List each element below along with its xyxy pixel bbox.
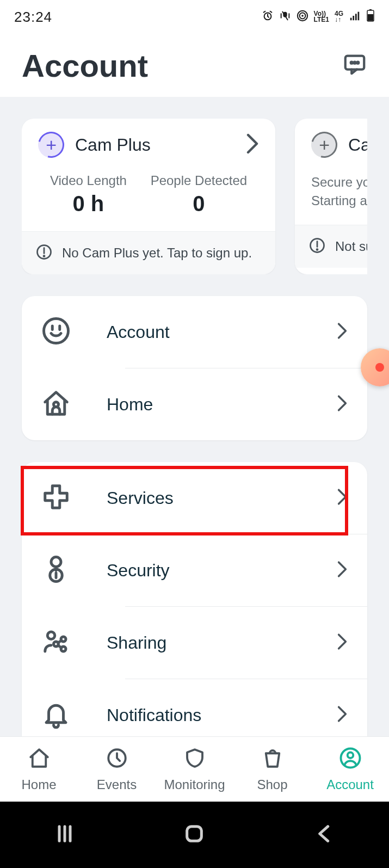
share-person-icon <box>41 627 71 658</box>
plus-outline-icon <box>41 482 71 514</box>
shield-icon <box>183 747 206 773</box>
house-person-icon <box>41 389 71 420</box>
chevron-right-icon <box>337 561 348 580</box>
row-security[interactable]: Security <box>22 534 367 606</box>
bottom-tab-bar: Home Events Monitoring Shop Account <box>0 736 389 802</box>
row-sharing[interactable]: Sharing <box>22 607 367 679</box>
tab-label: Shop <box>257 777 287 792</box>
svg-rect-7 <box>353 16 354 20</box>
4g-indicator: 4G↓↑ <box>335 11 343 23</box>
promo-stat-label: Video Length <box>50 173 127 188</box>
camprotect-badge-icon: + <box>306 127 342 163</box>
tab-monitoring[interactable]: Monitoring <box>156 737 233 802</box>
svg-point-16 <box>357 62 359 64</box>
android-back-button[interactable] <box>313 823 335 847</box>
row-label: Home <box>107 395 337 415</box>
settings-group-2: Services Security Sharing Notifications <box>22 462 367 736</box>
bag-icon <box>261 747 284 773</box>
page-title: Account <box>22 47 148 84</box>
row-label: Account <box>107 322 337 342</box>
row-services[interactable]: Services <box>22 462 367 534</box>
row-label: Security <box>107 561 337 581</box>
tab-home[interactable]: Home <box>0 737 78 802</box>
svg-point-19 <box>44 256 45 257</box>
svg-point-30 <box>47 632 55 639</box>
svg-point-15 <box>354 62 355 64</box>
android-nav-bar <box>0 802 389 868</box>
tab-label: Account <box>326 777 374 792</box>
promo-stat-value: 0 <box>151 192 247 216</box>
tab-label: Monitoring <box>164 777 225 792</box>
svg-rect-8 <box>355 14 357 20</box>
info-icon <box>36 244 52 262</box>
promo-stat-value: 0 h <box>50 192 127 216</box>
vibrate-icon <box>279 9 291 26</box>
row-home[interactable]: Home <box>22 368 367 440</box>
clock-icon <box>106 747 128 773</box>
tab-events[interactable]: Events <box>78 737 156 802</box>
row-label: Sharing <box>107 633 337 653</box>
row-label: Services <box>107 488 337 508</box>
status-time: 23:24 <box>14 9 52 26</box>
home-icon <box>28 747 51 773</box>
promo-stat-label: People Detected <box>151 173 247 188</box>
promo-title: Cam <box>348 135 367 155</box>
smiley-icon <box>41 316 71 348</box>
person-circle-icon <box>339 747 362 773</box>
promo-footer-signup[interactable]: No Cam Plus yet. Tap to sign up. <box>22 231 275 274</box>
volte-indicator: Vo))LTE1 <box>314 11 329 23</box>
android-home-button[interactable] <box>183 823 205 847</box>
bell-icon <box>41 699 71 731</box>
tab-account[interactable]: Account <box>311 737 389 802</box>
tab-label: Events <box>97 777 137 792</box>
tab-shop[interactable]: Shop <box>233 737 311 802</box>
promo-footer-text: No Cam Plus yet. Tap to sign up. <box>62 245 252 261</box>
svg-point-23 <box>44 319 69 343</box>
promo-scroller[interactable]: + Cam Plus Video Length 0 h People Detec… <box>22 119 367 274</box>
svg-rect-40 <box>187 827 202 841</box>
svg-rect-12 <box>369 9 372 10</box>
promo-card-camplus[interactable]: + Cam Plus Video Length 0 h People Detec… <box>22 119 275 274</box>
promo-title: Cam Plus <box>75 135 151 155</box>
promo-desc-line: Starting at $ <box>311 192 367 210</box>
svg-rect-9 <box>358 11 360 20</box>
svg-rect-6 <box>350 17 352 20</box>
content-area: + Cam Plus Video Length 0 h People Detec… <box>0 97 389 736</box>
chevron-right-icon <box>337 395 348 414</box>
messages-button[interactable] <box>342 52 367 79</box>
android-recents-button[interactable] <box>54 823 76 847</box>
chevron-right-icon <box>337 322 348 342</box>
promo-desc-line: Secure your <box>311 173 367 192</box>
battery-icon <box>366 9 375 26</box>
row-notifications[interactable]: Notifications <box>22 679 367 736</box>
svg-point-36 <box>347 752 353 758</box>
lock-icon <box>41 555 71 586</box>
promo-footer-not-subscribed[interactable]: Not su <box>295 225 367 268</box>
chevron-right-icon <box>337 705 348 725</box>
hotspot-icon <box>297 9 308 26</box>
svg-point-27 <box>51 557 61 567</box>
camplus-badge-icon: + <box>33 127 69 163</box>
chevron-right-icon <box>246 133 259 157</box>
chevron-right-icon <box>337 633 348 652</box>
signal-icon <box>349 9 361 26</box>
settings-group-1: Account Home <box>22 296 367 440</box>
chevron-right-icon <box>337 488 348 508</box>
row-account[interactable]: Account <box>22 296 367 368</box>
svg-point-14 <box>351 62 353 64</box>
alarm-icon <box>262 9 274 26</box>
svg-rect-11 <box>368 14 373 21</box>
tab-label: Home <box>21 777 56 792</box>
row-label: Notifications <box>107 705 337 725</box>
info-icon <box>309 237 325 256</box>
svg-point-3 <box>301 15 304 17</box>
promo-footer-text: Not su <box>335 239 367 254</box>
android-status-bar: 23:24 Vo))LTE1 4G↓↑ <box>0 0 389 34</box>
svg-point-22 <box>317 249 318 250</box>
page-header: Account <box>0 34 389 97</box>
promo-card-camprotect[interactable]: + Cam Secure your Starting at $ Not su <box>295 119 367 274</box>
